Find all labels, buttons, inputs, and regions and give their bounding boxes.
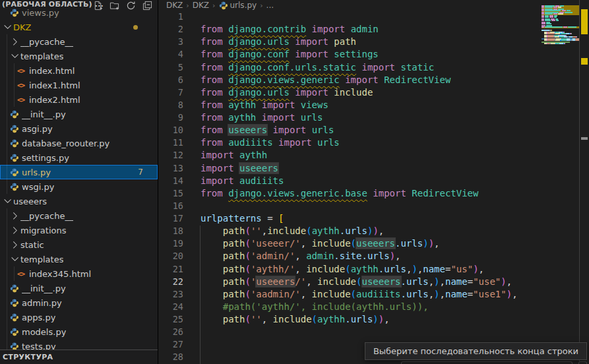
breadcrumb-item-DKZ[interactable]: DKZ bbox=[193, 1, 209, 10]
line-content: urlpatterns = [ bbox=[183, 212, 284, 225]
tree-item-index1-html[interactable]: <>index1.html bbox=[0, 78, 158, 92]
code-line-16[interactable]: 16 bbox=[159, 200, 589, 212]
file-tree: views.pyDKZ__pycache__templates<>index.h… bbox=[0, 5, 158, 353]
html-icon: <> bbox=[17, 270, 24, 278]
code-line-26[interactable]: 26 bbox=[159, 326, 589, 338]
new-file-button[interactable] bbox=[92, 0, 103, 11]
tree-item-label: database_roouter.py bbox=[22, 138, 109, 148]
tree-item--pycache-[interactable]: __pycache__ bbox=[0, 208, 158, 223]
new-folder-button[interactable] bbox=[109, 0, 119, 11]
code-line-24[interactable]: 24 #path('aythh/', include(aythh.urls)), bbox=[159, 301, 589, 313]
line-content bbox=[183, 338, 201, 351]
ruler-warning-marker bbox=[581, 9, 588, 34]
tree-item-database-roouter-py[interactable]: database_roouter.py bbox=[0, 136, 158, 150]
line-number: 5 bbox=[159, 61, 183, 74]
breadcrumb-item-DKZ[interactable]: DKZ bbox=[166, 1, 183, 10]
code-line-5[interactable]: 5from django.conf.urls.static import sta… bbox=[159, 61, 589, 74]
tree-item-label: index.html bbox=[29, 66, 75, 76]
tree-item-admin-py[interactable]: admin.py bbox=[0, 295, 158, 310]
code-line-15[interactable]: 15from django.views.generic.base import … bbox=[159, 187, 589, 200]
tree-item-label: __init__.py bbox=[22, 284, 66, 293]
code-area[interactable]: 12from django.contrib import admin3from … bbox=[159, 11, 589, 364]
code-line-1[interactable]: 1 bbox=[159, 11, 589, 23]
line-content: path('aythh/', include(aythh.urls,),name… bbox=[183, 263, 484, 276]
code-line-4[interactable]: 4from django.conf import settings bbox=[159, 48, 589, 61]
line-number: 22 bbox=[159, 276, 183, 288]
tree-item-index345-html[interactable]: <>index345.html bbox=[0, 266, 158, 281]
code-line-6[interactable]: 6from django.views.generic import Redire… bbox=[159, 74, 589, 86]
line-number: 18 bbox=[159, 225, 183, 237]
line-content: import aythh bbox=[183, 149, 267, 162]
code-line-17[interactable]: 17urlpatterns = [ bbox=[159, 212, 589, 225]
ruler-warning-marker bbox=[581, 58, 588, 65]
tree-item-asgi-py[interactable]: asgi.py bbox=[0, 121, 158, 136]
vscode-window: (РАБОЧАЯ ОБЛАСТЬ) ... views.pyDKZ__pycac… bbox=[0, 0, 589, 364]
code-line-18[interactable]: 18 path('',include(aythh.urls)), bbox=[159, 225, 589, 237]
tree-item--pycache-[interactable]: __pycache__ bbox=[0, 34, 158, 49]
ruler-cursor-marker bbox=[581, 137, 588, 140]
python-icon bbox=[10, 313, 18, 322]
code-line-9[interactable]: 9from aythh import urls bbox=[159, 111, 589, 124]
minimap-line bbox=[542, 48, 579, 50]
collapse-all-button[interactable] bbox=[142, 0, 152, 11]
code-line-11[interactable]: 11from audiiits import urls bbox=[159, 136, 589, 149]
tree-item-urls-py[interactable]: urls.py7 bbox=[0, 165, 158, 179]
explorer-section-header[interactable]: (РАБОЧАЯ ОБЛАСТЬ) ... bbox=[0, 0, 158, 9]
tree-item--init-py[interactable]: __init__.py bbox=[0, 107, 158, 121]
tree-item-index2-html[interactable]: <>index2.html bbox=[0, 92, 158, 107]
tree-item-models-py[interactable]: models.py bbox=[0, 324, 158, 339]
minimap[interactable] bbox=[542, 3, 579, 201]
code-line-7[interactable]: 7from django.urls import include bbox=[159, 86, 589, 99]
editor-pane: DKZ›DKZ› urls.py›... 12from django.contr… bbox=[159, 0, 589, 364]
overview-ruler[interactable] bbox=[579, 0, 589, 364]
tree-item--init-py[interactable]: __init__.py bbox=[0, 281, 158, 295]
code-line-10[interactable]: 10from useeers import urls bbox=[159, 124, 589, 136]
code-line-23[interactable]: 23 path('aadmin/', include(audiiits.urls… bbox=[159, 288, 589, 301]
line-content: from audiiits import urls bbox=[183, 136, 340, 149]
tree-item-index-html[interactable]: <>index.html bbox=[0, 63, 158, 78]
code-line-12[interactable]: 12import aythh bbox=[159, 149, 589, 162]
outline-title: СТРУКТУРА bbox=[0, 353, 53, 361]
code-line-14[interactable]: 14import audiiits bbox=[159, 175, 589, 187]
chevron-right-icon bbox=[10, 239, 20, 250]
tree-item-DKZ[interactable]: DKZ bbox=[0, 20, 158, 34]
line-number: 24 bbox=[159, 301, 183, 313]
line-number: 4 bbox=[159, 48, 183, 61]
tree-item-wsgi-py[interactable]: wsgi.py bbox=[0, 179, 158, 194]
line-number: 21 bbox=[159, 263, 183, 276]
code-line-22[interactable]: 22 path('useeers/', include(useeers.urls… bbox=[159, 276, 589, 288]
code-line-19[interactable]: 19 path('useeer/', include(useeers.urls)… bbox=[159, 237, 589, 250]
tree-item-apps-py[interactable]: apps.py bbox=[0, 310, 158, 324]
code-line-25[interactable]: 25 path('', include(aythh.urls)), bbox=[159, 313, 589, 326]
line-content bbox=[183, 326, 201, 338]
line-content: from django.contrib import admin bbox=[183, 23, 379, 36]
tree-item-migrations[interactable]: migrations bbox=[0, 223, 158, 237]
tree-item-useeers[interactable]: useeers bbox=[0, 194, 158, 208]
code-line-8[interactable]: 8from aythh import views bbox=[159, 99, 589, 111]
tree-item-settings-py[interactable]: settings.py bbox=[0, 150, 158, 165]
tree-item-templates[interactable]: templates bbox=[0, 49, 158, 63]
breadcrumb-item--[interactable]: ... bbox=[266, 1, 274, 10]
line-content: from django.views.generic import Redirec… bbox=[183, 74, 450, 86]
refresh-button[interactable] bbox=[125, 0, 136, 11]
tree-item-static[interactable]: static bbox=[0, 237, 158, 252]
line-content: import useeers bbox=[183, 162, 278, 175]
code-line-2[interactable]: 2from django.contrib import admin bbox=[159, 23, 589, 36]
tree-item-templates[interactable]: templates bbox=[0, 252, 158, 266]
code-line-13[interactable]: 13import useeers bbox=[159, 162, 589, 175]
line-content: from useeers import urls bbox=[183, 124, 334, 136]
outline-section-header[interactable]: СТРУКТУРА bbox=[0, 349, 158, 364]
line-number: 9 bbox=[159, 111, 183, 124]
line-content: path('admin/', admin.site.urls), bbox=[183, 250, 401, 262]
line-content: import audiiits bbox=[183, 175, 284, 187]
line-content: from aythh import urls bbox=[183, 111, 323, 124]
breadcrumb-item-urls-py[interactable]: urls.py bbox=[219, 1, 257, 10]
tree-item-label: templates bbox=[20, 51, 63, 61]
code-line-3[interactable]: 3from django.urls import path bbox=[159, 36, 589, 48]
line-number: 8 bbox=[159, 99, 183, 111]
code-line-20[interactable]: 20 path('admin/', admin.site.urls), bbox=[159, 250, 589, 262]
line-content bbox=[183, 200, 201, 212]
tree-item-label: static bbox=[20, 240, 44, 250]
tree-item-label: index1.html bbox=[29, 80, 80, 90]
code-line-21[interactable]: 21 path('aythh/', include(aythh.urls,),n… bbox=[159, 263, 589, 276]
